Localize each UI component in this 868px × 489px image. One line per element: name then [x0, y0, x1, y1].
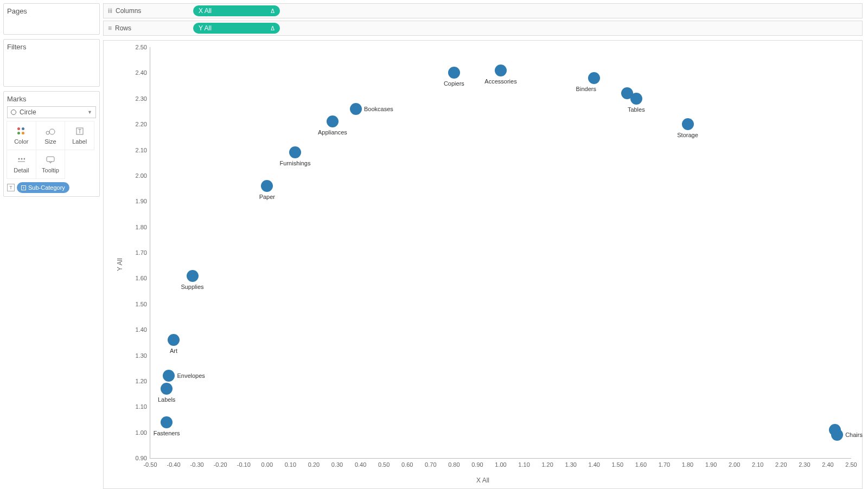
y-tick: 2.50 [136, 44, 150, 50]
y-tick: 2.00 [136, 172, 150, 179]
columns-shelf-label: Columns [116, 7, 141, 15]
data-point[interactable] [831, 429, 843, 441]
x-tick: 1.60 [635, 458, 647, 468]
data-point[interactable] [261, 180, 273, 192]
y-tick: 1.60 [136, 275, 150, 281]
plot-area: 0.901.001.101.201.301.401.501.601.701.80… [150, 47, 851, 459]
x-tick: 0.60 [401, 458, 413, 468]
marks-detail-button[interactable]: Detail [7, 150, 36, 179]
data-point[interactable] [588, 72, 600, 84]
x-tick: 1.10 [518, 458, 529, 468]
data-point-label: Art [170, 348, 177, 354]
detail-icon [17, 155, 25, 165]
rows-pill[interactable]: Y All Δ [193, 23, 280, 34]
data-point-label: Storage [677, 132, 698, 138]
y-tick: 1.40 [136, 326, 150, 333]
x-tick: -0.20 [214, 458, 227, 468]
data-point[interactable] [289, 146, 301, 158]
chevron-down-icon: ▼ [87, 110, 92, 115]
y-tick: 1.00 [136, 429, 150, 436]
data-point[interactable] [630, 93, 642, 105]
marks-size-button[interactable]: Size [36, 121, 66, 150]
x-tick: 1.50 [612, 458, 623, 468]
marks-size-label: Size [44, 138, 56, 145]
x-tick: 0.50 [378, 458, 390, 468]
data-point[interactable] [161, 383, 173, 395]
data-point-label: Supplies [181, 284, 203, 290]
y-tick: 1.90 [136, 198, 150, 204]
x-tick: 2.30 [799, 458, 810, 468]
data-point-label: Paper [259, 194, 275, 200]
columns-icon: iii [108, 7, 112, 15]
data-point[interactable] [187, 270, 199, 282]
svg-point-1 [49, 129, 55, 134]
x-tick: -0.10 [237, 458, 251, 468]
data-point[interactable] [161, 416, 173, 428]
x-tick: 2.10 [752, 458, 763, 468]
columns-shelf[interactable]: iii Columns X All Δ [103, 3, 863, 18]
x-tick: -0.50 [143, 458, 157, 468]
x-tick: 0.10 [285, 458, 296, 468]
x-tick: 0.20 [308, 458, 320, 468]
data-point-label: Chairs [845, 432, 863, 438]
data-point[interactable] [163, 370, 175, 382]
x-tick: 0.30 [331, 458, 343, 468]
y-tick: 1.50 [136, 301, 150, 307]
subcategory-pill[interactable]: + Sub-Category [17, 182, 69, 193]
marks-card: Marks Circle ▼ Color Size T Label [3, 91, 100, 197]
x-tick: 1.70 [659, 458, 670, 468]
data-point[interactable] [682, 118, 694, 130]
rows-pill-label: Y All [199, 24, 212, 32]
x-tick: 1.30 [565, 458, 576, 468]
data-point[interactable] [327, 115, 339, 127]
rows-shelf[interactable]: ≡ Rows Y All Δ [103, 21, 863, 36]
svg-rect-8 [47, 157, 54, 162]
x-tick: 1.90 [705, 458, 717, 468]
pages-card: Pages [3, 3, 100, 35]
data-point[interactable] [448, 67, 460, 79]
y-tick: 1.30 [136, 352, 150, 359]
mark-type-label: Circle [20, 108, 87, 116]
marks-color-button[interactable]: Color [7, 121, 36, 150]
data-point[interactable] [168, 334, 180, 346]
x-tick: 1.00 [495, 458, 506, 468]
tooltip-icon [46, 155, 55, 165]
filters-title: Filters [7, 43, 96, 51]
svg-point-4 [18, 158, 20, 160]
x-tick: 1.40 [589, 458, 600, 468]
y-tick: 2.10 [136, 147, 150, 153]
label-icon: T [76, 126, 84, 136]
data-point-label: Copiers [444, 80, 464, 87]
x-tick: 1.20 [541, 458, 553, 468]
marks-tooltip-button[interactable]: Tooltip [36, 150, 66, 179]
data-point-label: Bookcases [364, 106, 393, 112]
x-tick: 0.40 [355, 458, 366, 468]
x-tick: 2.20 [775, 458, 787, 468]
data-point[interactable] [495, 65, 507, 76]
size-icon [46, 126, 55, 136]
mark-type-dropdown[interactable]: Circle ▼ [7, 106, 96, 118]
svg-point-5 [21, 158, 23, 160]
svg-point-0 [46, 131, 49, 134]
data-point[interactable] [350, 103, 362, 115]
data-point-label: Tables [628, 106, 645, 113]
columns-pill-label: X All [199, 7, 212, 15]
x-tick: 0.80 [448, 458, 459, 468]
y-tick: 2.30 [136, 95, 150, 102]
data-point-label: Appliances [318, 129, 347, 136]
data-point-label: Labels [158, 396, 175, 403]
circle-icon [11, 110, 16, 115]
data-point-label: Binders [576, 86, 596, 92]
label-shelf-icon: T [7, 184, 15, 191]
columns-pill[interactable]: X All Δ [193, 5, 280, 16]
marks-label-label: Label [72, 138, 87, 145]
svg-point-6 [24, 158, 25, 160]
pages-title: Pages [7, 7, 96, 15]
plus-icon: + [21, 185, 26, 190]
x-tick: 1.80 [682, 458, 693, 468]
subcategory-pill-label: Sub-Category [28, 184, 65, 191]
marks-label-button[interactable]: T Label [65, 121, 94, 150]
x-tick: 0.00 [261, 458, 273, 468]
data-point-label: Fasteners [154, 430, 180, 436]
chart-viewport[interactable]: Y All X All 0.901.001.101.201.301.401.50… [103, 40, 863, 489]
